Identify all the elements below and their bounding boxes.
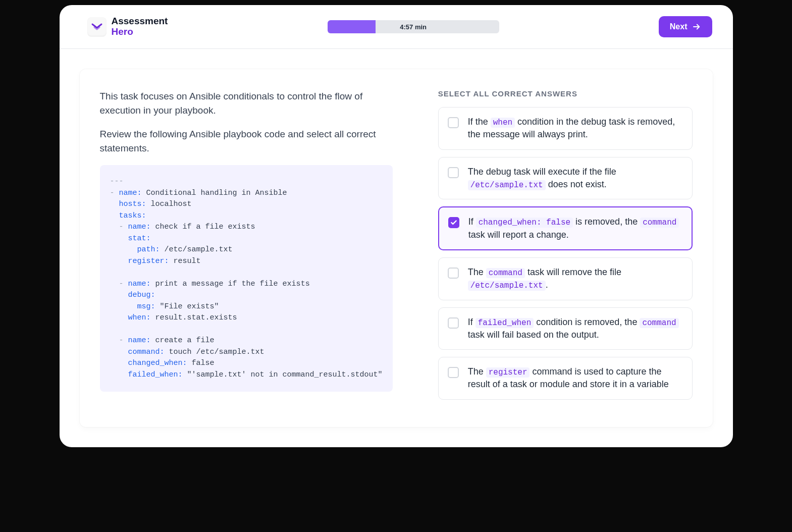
answer-text: If the when condition in the debug task … xyxy=(468,116,683,141)
inline-code: when xyxy=(491,118,515,128)
checkbox[interactable] xyxy=(448,268,459,279)
next-button[interactable]: Next xyxy=(659,16,713,37)
inline-code: /etc/sample.txt xyxy=(468,180,546,190)
question-card: This task focuses on Ansible conditional… xyxy=(80,69,713,427)
content-area: This task focuses on Ansible conditional… xyxy=(60,49,733,447)
answers-title: SELECT ALL CORRECT ANSWERS xyxy=(438,89,693,98)
check-icon xyxy=(450,219,457,226)
header: Assessment Hero 4:57 min Next xyxy=(60,5,733,49)
answer-option-0[interactable]: If the when condition in the debug task … xyxy=(438,107,693,150)
answer-text: The register command is used to capture … xyxy=(468,365,683,391)
checkbox[interactable] xyxy=(448,167,459,178)
answer-option-3[interactable]: The command task will remove the file /e… xyxy=(438,257,693,300)
next-button-label: Next xyxy=(670,22,688,31)
answer-option-5[interactable]: The register command is used to capture … xyxy=(438,357,693,400)
logo-line2: Hero xyxy=(112,27,168,37)
progress-fill xyxy=(328,20,376,33)
logo-text: Assessment Hero xyxy=(112,16,168,37)
code-block: --- - name: Conditional handling in Ansi… xyxy=(100,165,393,392)
checkbox[interactable] xyxy=(448,217,459,228)
checkbox[interactable] xyxy=(448,367,459,378)
answers-list: If the when condition in the debug task … xyxy=(438,107,693,400)
inline-code: register xyxy=(486,367,530,378)
answer-option-1[interactable]: The debug task will execute if the file … xyxy=(438,157,693,200)
answer-text: The command task will remove the file /e… xyxy=(468,266,683,292)
logo-line1: Assessment xyxy=(112,16,168,27)
logo: Assessment Hero xyxy=(87,16,168,37)
checkbox[interactable] xyxy=(448,117,459,128)
checkbox[interactable] xyxy=(448,317,459,329)
logo-icon xyxy=(87,17,107,36)
inline-code: /etc/sample.txt xyxy=(468,281,546,291)
answer-text: If failed_when condition is removed, the… xyxy=(468,316,683,342)
inline-code: command xyxy=(486,268,525,278)
inline-code: command xyxy=(640,218,679,228)
answer-option-2[interactable]: If changed_when: false is removed, the c… xyxy=(438,206,693,250)
answer-option-4[interactable]: If failed_when condition is removed, the… xyxy=(438,307,693,350)
answer-text: If changed_when: false is removed, the c… xyxy=(468,216,682,241)
inline-code: command xyxy=(640,318,678,328)
inline-code: changed_when: false xyxy=(476,218,573,228)
arrow-right-icon xyxy=(692,22,701,31)
intro-text-1: This task focuses on Ansible conditional… xyxy=(100,89,393,117)
timer-text: 4:57 min xyxy=(400,23,427,31)
inline-code: failed_when xyxy=(476,318,534,328)
answer-text: The debug task will execute if the file … xyxy=(468,166,683,191)
answers-column: SELECT ALL CORRECT ANSWERS If the when c… xyxy=(438,89,693,407)
progress-bar: 4:57 min xyxy=(328,20,499,33)
app-window: Assessment Hero 4:57 min Next This task … xyxy=(60,5,733,447)
intro-text-2: Review the following Ansible playbook co… xyxy=(100,127,393,155)
question-column: This task focuses on Ansible conditional… xyxy=(100,89,393,407)
